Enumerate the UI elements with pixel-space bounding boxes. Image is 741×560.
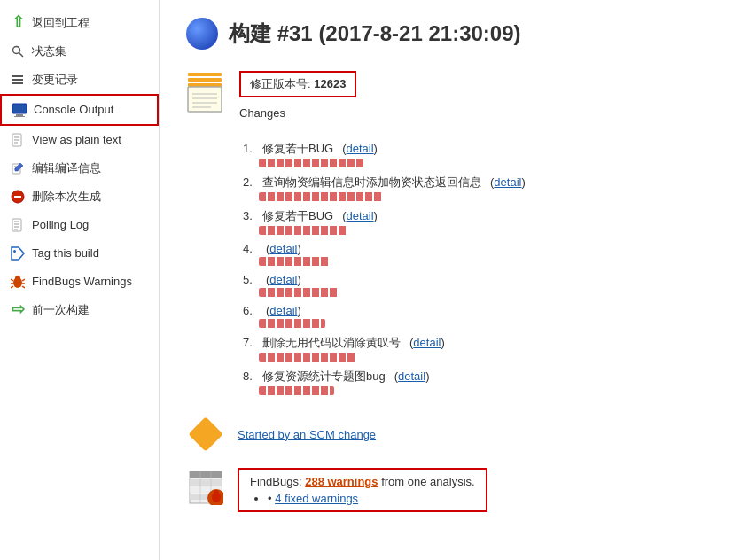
change-num: 5.: [243, 273, 259, 286]
sidebar-label-edit: 编辑编译信息: [32, 160, 101, 176]
svg-rect-44: [190, 479, 222, 486]
sidebar-label-pollinglog: Polling Log: [32, 217, 89, 233]
delete-icon: [9, 188, 27, 206]
findbugs-warnings-link[interactable]: 288 warnings: [305, 475, 378, 488]
sidebar-label-console: Console Output: [34, 102, 113, 118]
change-num: 3.: [243, 209, 259, 222]
tag-icon: [9, 245, 27, 262]
change-num: 6.: [243, 304, 259, 317]
svg-rect-33: [188, 73, 222, 76]
revision-number: 12623: [314, 77, 346, 90]
detail-link-7[interactable]: detail: [413, 336, 441, 349]
change-item-5: 5. (detail): [243, 273, 714, 300]
sidebar-item-changes[interactable]: 变更记录: [0, 66, 159, 94]
svg-rect-7: [14, 116, 25, 117]
findbugs-suffix: from one analysis.: [381, 475, 475, 488]
findbugs-fixed-link[interactable]: 4 fixed warnings: [275, 492, 358, 505]
list-icon: [9, 71, 27, 89]
revision-box: 修正版本号: 12623: [239, 71, 356, 97]
findbugs-section: FindBugs: 288 warnings from one analysis…: [186, 468, 714, 512]
bug-icon: [9, 273, 27, 291]
svg-line-28: [22, 279, 25, 281]
sidebar-label-changes: 变更记录: [32, 72, 78, 88]
change-text: 删除无用代码以消除黄叹号: [262, 335, 401, 351]
redact-bar: [259, 192, 383, 201]
redact-bar: [259, 159, 365, 167]
svg-point-0: [13, 47, 20, 54]
sidebar-label-prev: 前一次构建: [32, 302, 90, 318]
redact-bar: [259, 353, 356, 362]
change-num: 1.: [243, 142, 259, 155]
redact-bar: [259, 319, 325, 328]
change-num: 4.: [243, 242, 259, 255]
change-item-8: 8. 修复资源统计专题图bug (detail): [243, 369, 714, 399]
detail-link-5[interactable]: detail: [269, 273, 297, 286]
main-content: 构建 #31 (2017-8-21 21:30:09) 修正版本号:: [160, 0, 741, 560]
svg-rect-36: [188, 87, 222, 112]
edit-icon: [9, 159, 27, 177]
change-list: 1. 修复若干BUG (detail) 2. 查询物资编辑信息时添加物资状态返回…: [243, 141, 714, 399]
sidebar-label-plaintext: View as plain text: [32, 132, 121, 148]
arrow-up-icon: ⇧: [9, 14, 27, 32]
changes-label: Changes: [239, 106, 356, 120]
detail-link-6[interactable]: detail: [269, 304, 297, 317]
sidebar-item-delete[interactable]: 删除本次生成: [0, 183, 159, 211]
svg-line-1: [20, 53, 24, 58]
detail-link-1[interactable]: detail: [347, 142, 374, 155]
change-text: 查询物资编辑信息时添加物资状态返回信息: [262, 175, 481, 191]
sidebar-item-prev[interactable]: ⇨ 前一次构建: [0, 296, 159, 324]
page-header: 构建 #31 (2017-8-21 21:30:09): [186, 18, 714, 50]
change-item-4: 4. (detail): [243, 242, 714, 269]
svg-line-32: [22, 286, 25, 288]
scm-link[interactable]: Started by an SCM change: [238, 428, 376, 441]
build-info-details: 修正版本号: 12623 Changes: [239, 71, 356, 120]
sidebar: ⇧ 返回到工程 状态集 变更记录 Console Output: [0, 0, 160, 560]
sidebar-item-back[interactable]: ⇧ 返回到工程: [0, 9, 159, 37]
detail-link-8[interactable]: detail: [398, 369, 425, 383]
svg-rect-5: [12, 104, 27, 113]
svg-point-26: [15, 276, 20, 281]
doc-icon: [9, 131, 27, 149]
redact-bar: [259, 226, 347, 235]
svg-line-27: [11, 279, 13, 281]
svg-rect-6: [16, 114, 23, 116]
findbugs-prefix: FindBugs:: [250, 475, 302, 488]
build-info-section: 修正版本号: 12623 Changes: [186, 71, 714, 120]
redact-bar: [259, 288, 339, 297]
detail-link-4[interactable]: detail: [269, 242, 297, 255]
sidebar-item-plaintext[interactable]: View as plain text: [0, 126, 159, 154]
redact-bar: [259, 257, 330, 266]
status-ball: [186, 18, 218, 50]
change-item-2: 2. 查询物资编辑信息时添加物资状态返回信息 (detail): [243, 175, 714, 205]
sidebar-item-pollinglog[interactable]: Polling Log: [0, 211, 159, 239]
change-num: 2.: [243, 175, 259, 189]
sidebar-item-edit[interactable]: 编辑编译信息: [0, 154, 159, 183]
change-text: 修复资源统计专题图bug: [262, 369, 386, 385]
sidebar-item-findbugs[interactable]: FindBugs Warnings: [0, 268, 159, 296]
sidebar-item-status[interactable]: 状态集: [0, 37, 159, 66]
sidebar-label-findbugs: FindBugs Warnings: [32, 274, 132, 290]
revision-label: 修正版本号:: [250, 77, 311, 90]
change-item-7: 7. 删除无用代码以消除黄叹号 (detail): [243, 335, 714, 365]
svg-rect-2: [12, 75, 23, 77]
detail-link-2[interactable]: detail: [494, 175, 521, 189]
sidebar-label-tagbuild: Tag this build: [32, 245, 99, 261]
scm-diamond-icon: [186, 415, 225, 454]
findbugs-fixed-item: • 4 fixed warnings: [268, 492, 475, 505]
change-text: 修复若干BUG: [262, 208, 333, 224]
detail-link-3[interactable]: detail: [347, 209, 374, 222]
svg-rect-41: [188, 416, 223, 452]
svg-point-51: [214, 490, 219, 495]
change-item-1: 1. 修复若干BUG (detail): [243, 141, 714, 171]
change-num: 7.: [243, 336, 259, 349]
monitor-icon: [11, 101, 28, 119]
svg-rect-4: [12, 82, 23, 84]
svg-marker-23: [12, 247, 24, 260]
sidebar-item-tagbuild[interactable]: Tag this build: [0, 239, 159, 268]
search-icon: [9, 43, 27, 60]
findbugs-table-icon: [186, 468, 225, 507]
change-item-3: 3. 修复若干BUG (detail): [243, 208, 714, 238]
change-text: 修复若干BUG: [262, 141, 333, 157]
sidebar-item-console[interactable]: Console Output: [0, 94, 159, 126]
svg-rect-3: [12, 79, 23, 81]
